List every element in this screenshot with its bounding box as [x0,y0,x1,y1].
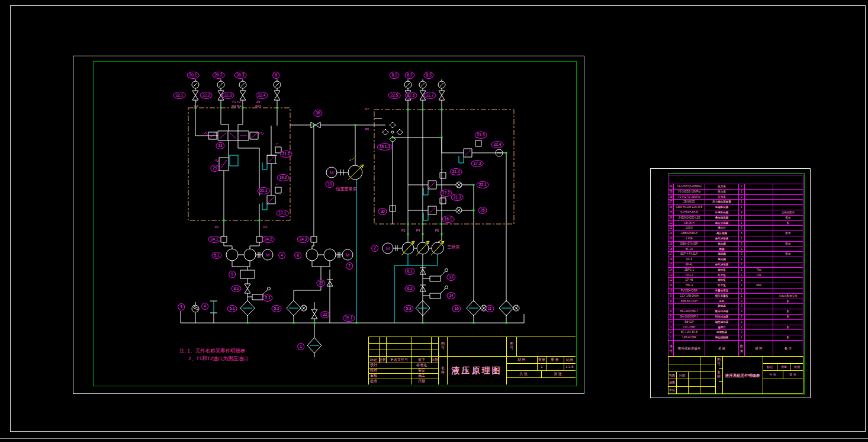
part-qty: 1 [739,283,745,289]
motor-letter: M [346,252,350,258]
part-model: GBBN25/B/L5 [674,231,705,236]
part-name: 齿轮泵 [705,268,739,273]
part-qty: 1 [739,278,745,283]
part-name: 叠加溢流阀 [705,216,739,221]
part-note: 配套 [773,216,803,221]
rotary-unit-cluster [374,118,403,142]
component-label: 22.4 [491,141,504,148]
motor-letter: M [386,246,390,251]
port-label: A5 [256,100,261,104]
table-row: 28 Y3-04Z7(0-25MPa) 压力表 2 [668,195,803,200]
check-valve-36 [290,122,374,128]
part-note [773,226,803,231]
part-material [745,257,773,262]
part-name: 单向节流阀 [705,221,739,226]
part-material [745,309,773,315]
part-note: 配 [773,315,803,320]
part-material [745,315,773,320]
part-name: 高压球阀 [705,231,739,236]
part-no: 15 [668,262,674,268]
tb2-drawing-no: 图号 [716,358,721,366]
part-model: YVC-25BT [674,325,705,331]
part-note: 配套 [773,252,803,257]
part-name: 压力表 [705,195,739,200]
part-qty: 1 [739,273,745,278]
part-no: 19 [668,242,674,247]
drawing-no-label: 图号 [441,342,445,350]
part-name: 磁性滤油器 [705,320,739,325]
name-label: 名称 [441,366,445,374]
port-label: P1 [215,225,219,229]
part-no: 13 [668,273,674,278]
table-row: 1 LFB-4C0B4 液位控制器 1 配 [668,335,803,341]
component-label: 20.2 [213,72,225,79]
component-label: 24.3 [297,236,310,243]
part-name: 液位计 [705,226,739,231]
part-material [745,190,773,195]
part-model: LFB-4C0B4 [674,335,705,341]
table-row: 6 BFJ-400OBF-7 吸油过滤器 3 配 [668,309,803,315]
port-label: P5 [435,229,439,232]
part-name: 回油过滤器 [705,315,739,320]
part-model [674,304,705,309]
port-label: P3 [401,229,406,232]
rev-col-label: 标记 [370,358,377,362]
table-row: 2 BF7-25T BF.B 电加热器 3 [668,330,803,335]
manifold-box-right [374,110,514,224]
component-label: 2 [371,245,378,252]
part-model: DBM+5YA.05P [674,242,705,247]
sheets-label: 共 张 [519,372,528,376]
part-no: 27 [668,200,674,205]
part-model: 2BPG-1 [674,268,705,273]
part-model: CP-H5 [674,278,705,283]
component-label: 22.2 [200,92,213,99]
parts-table-rows: 30 Y4-100ZT(0-40MPa) 压力表 2 29 Y6-100Z(0-… [668,184,803,341]
part-qty: 1 [739,257,745,262]
component-label: 9 [229,271,236,278]
part-qty: 2 [739,184,745,190]
part-material [745,335,773,341]
junction-dots [195,107,507,324]
part-no: 10 [668,289,674,294]
component-label: 15.1 [343,315,355,322]
part-no: 26 [668,205,674,210]
rev-col-label: 更改文件号 [390,358,408,362]
part-material [745,221,773,226]
motor-letter: M [266,252,270,258]
part-model: BF7-25T BF.B [674,330,705,335]
part-qty: 1 [739,268,745,273]
qty-value: 1 [541,365,542,369]
component-label: 8 [294,252,301,259]
part-note [773,190,803,195]
part-note [773,205,803,210]
part-name: 蝶阀 [705,247,739,252]
part-model: BB-02P [674,320,705,325]
part-qty: 3 [739,309,745,315]
component-label: 21.3 [451,194,464,201]
part-qty: 3 [739,262,745,268]
part-name: 恒压变量泵 [705,294,739,299]
tb2-mini-label: 描图 [669,380,675,384]
table-row: 21 GBBN25/B/L5 高压球阀 6 配套 [668,231,803,236]
motor-letter: M [330,170,334,175]
weight-label: 重 量 [551,358,559,362]
part-no: 3 [668,325,674,331]
table-row: 24 JHBZA2A250-L5B 叠加溢流阀 1 配套 [668,216,803,221]
part-material [745,262,773,268]
part-name: 空气滤清器 [705,236,739,242]
part-model: BEP-4-FA.5LP [674,252,705,257]
component-label: 17.1 [277,210,289,217]
header-cell: 数量 [739,341,745,356]
table-row: 25 B-25DF5-B5-B 电液换向阀 4 含阀板附件 [668,210,803,216]
part-material [745,226,773,231]
component-label: 5.2 [271,305,281,312]
table-row: 20 2.45E 空气滤清器 1 [668,236,803,242]
port-label: Φ4 Φ4 [232,104,241,108]
component-label: 8.2 [404,72,414,79]
part-model: BA-000G00F-J [674,315,705,320]
sign-label: 日期 [418,379,425,383]
part-name: 变量柱塞泵 [705,289,739,294]
part-no: 9 [668,294,674,299]
component-label: 21.5 [475,132,487,139]
part-qty: 1 [739,190,745,195]
